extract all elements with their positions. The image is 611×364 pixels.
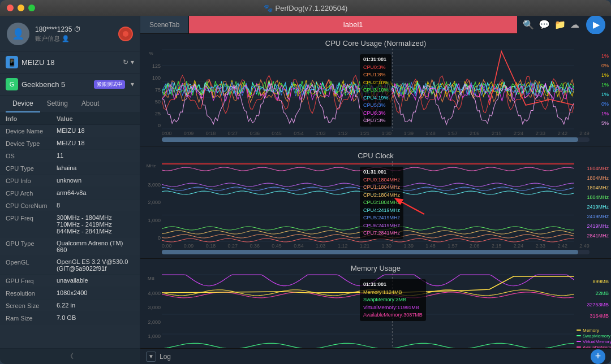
right-label-entry: 1% [576, 92, 609, 97]
y-axis-label: 1,000 [141, 218, 161, 223]
y-axis-label: 25 [141, 111, 161, 116]
info-key: CPU Arch [6, 189, 57, 197]
x-axis-label: 0:18 [206, 131, 216, 136]
main-container: 👤 180****1235 ⏱ 账户信息 👤 📱 MEIZU 18 ↻ ▾ [0, 16, 611, 364]
collapse-button[interactable]: 《 [0, 348, 140, 364]
x-axis-label: 2:15 [492, 131, 502, 136]
right-label-entry: 22MB [576, 291, 609, 296]
log-label: Log [160, 353, 171, 361]
table-row: Ram Size 7.0 GB [0, 312, 140, 324]
chart-0: CPU Core Usage (Normalized)%125100755025… [140, 34, 611, 146]
y-axis: MHz3,0002,0001,0000 [140, 161, 162, 243]
x-axis-label: 2:42 [557, 131, 567, 136]
x-axis-label: 2:15 [492, 243, 502, 249]
chat-icon[interactable]: 💬 [539, 19, 550, 30]
right-label-entry: 899MB [576, 279, 609, 284]
right-label-entry: 2419MHz [576, 204, 609, 210]
tab-about[interactable]: About [75, 96, 106, 112]
maximize-button[interactable] [28, 5, 35, 11]
user-info: 180****1235 ⏱ 账户信息 👤 [35, 25, 113, 43]
record-dot [123, 31, 128, 37]
window-title: 🐾 PerfDog(v7.1.220504) [264, 4, 348, 12]
x-axis-label: 1:48 [425, 131, 436, 136]
window-controls[interactable] [7, 5, 35, 11]
info-val: arm64-v8a [57, 189, 134, 196]
table-row: Device Type MEIZU 18 [0, 137, 140, 150]
play-button[interactable]: ▶ [586, 16, 605, 34]
right-label-entry: 1% [576, 82, 609, 88]
x-axis-label: 0:18 [206, 243, 216, 249]
scrollbar-track[interactable] [162, 250, 590, 254]
folder-icon[interactable]: 📁 [554, 19, 566, 30]
search-icon[interactable]: 🔍 [523, 19, 534, 30]
log-toggle-button[interactable]: ▼ [146, 352, 156, 362]
refresh-icon[interactable]: ↻ [123, 58, 128, 66]
x-axis-label: 0:00 [162, 243, 172, 249]
tabs-section: Device Setting About [0, 96, 140, 113]
table-row: Device Name MEIZU 18 [0, 125, 140, 137]
chart-svg [162, 161, 574, 243]
cloud-icon[interactable]: ☁ [570, 19, 579, 30]
legend-entry: AvailableMemory [576, 345, 609, 348]
x-axis-label: 0:54 [294, 243, 304, 249]
add-button[interactable]: + [591, 349, 605, 364]
chevron-down-icon[interactable]: ▾ [131, 58, 134, 66]
legend-entry: SwapMemory [576, 333, 609, 339]
app-name-label: Geekbench 5 [21, 80, 91, 89]
table-row: CPU Arch arm64-v8a [0, 187, 140, 200]
x-axis-label: 2:24 [514, 243, 524, 249]
tab-device[interactable]: Device [6, 96, 40, 112]
device-name-label: MEIZU 18 [21, 58, 119, 67]
scrollbar-thumb[interactable] [162, 137, 578, 142]
x-axis-label: 2:06 [470, 243, 480, 249]
info-val: 300MHz - 1804MHz 710MHz - 2419MHz 844MHz… [57, 214, 134, 235]
y-axis-label: 1,000 [141, 333, 161, 339]
record-button[interactable] [118, 27, 133, 41]
scrollbar-track[interactable] [162, 137, 590, 142]
right-label-entry: 1% [576, 72, 609, 78]
info-val: MEIZU 18 [57, 140, 134, 146]
close-button[interactable] [7, 5, 14, 11]
scene-tab-label[interactable]: SceneTab [140, 16, 189, 33]
tab-setting[interactable]: Setting [40, 96, 75, 112]
app-icon: G [6, 78, 18, 90]
info-val: unknown [57, 177, 134, 184]
info-val: 8 [57, 202, 134, 209]
info-key: Device Type [6, 140, 57, 147]
table-row: OS 11 [0, 150, 140, 162]
x-axis-label: 0:09 [184, 243, 194, 249]
minimize-button[interactable] [18, 5, 24, 11]
info-val: 11 [57, 152, 134, 159]
y-axis-label: 2,000 [141, 200, 161, 205]
app-chevron-icon[interactable]: ▾ [131, 80, 134, 88]
x-axis-label: 0:36 [249, 131, 260, 136]
y-axis-label: 2,000 [141, 319, 161, 325]
x-axis-label: 0:45 [272, 131, 282, 136]
x-axis-label: 2:33 [536, 243, 546, 249]
x-axis-label: 1:21 [360, 243, 370, 249]
user-sub: 账户信息 👤 [35, 34, 113, 43]
scrollbar-thumb[interactable] [162, 250, 578, 254]
info-val: 7.0 GB [57, 314, 134, 321]
right-labels: 1804MHz1804MHz1804MHz1804MHz2419MHz2419M… [574, 161, 611, 243]
x-axis-label: 0:00 [162, 131, 172, 136]
info-key: Ram Size [6, 314, 57, 322]
x-axis-label: 1:30 [382, 243, 392, 249]
info-key: Device Name [6, 127, 57, 135]
x-axis-label: 1:03 [316, 243, 326, 249]
scene-label1[interactable]: label1 [189, 16, 517, 33]
chart-body: 01:31:001CPU0:3%CPU1:8%CPU2:10%CPU3:10%C… [162, 49, 574, 131]
right-label-entry: 2419MHz [576, 223, 609, 229]
app-section: G Geekbench 5 紧跟测试中 ▾ [0, 73, 140, 96]
x-axis-label: 1:57 [448, 131, 458, 136]
chart-svg [162, 49, 574, 131]
table-row: CPU Freq 300MHz - 1804MHz 710MHz - 2419M… [0, 212, 140, 237]
y-axis-label: 4,000 [141, 291, 161, 296]
chart-1: CPU ClockMHz3,0002,0001,000001:31:001CPU… [140, 146, 611, 259]
right-label-entry: 5% [576, 120, 609, 126]
x-axis: 0:000:090:180:270:360:450:541:031:121:21… [140, 131, 611, 136]
info-key: Resolution [6, 289, 57, 297]
x-axis-label: 2:24 [514, 131, 524, 136]
y-axis-label: 75 [141, 87, 161, 93]
info-key: GPU Freq [6, 277, 57, 284]
